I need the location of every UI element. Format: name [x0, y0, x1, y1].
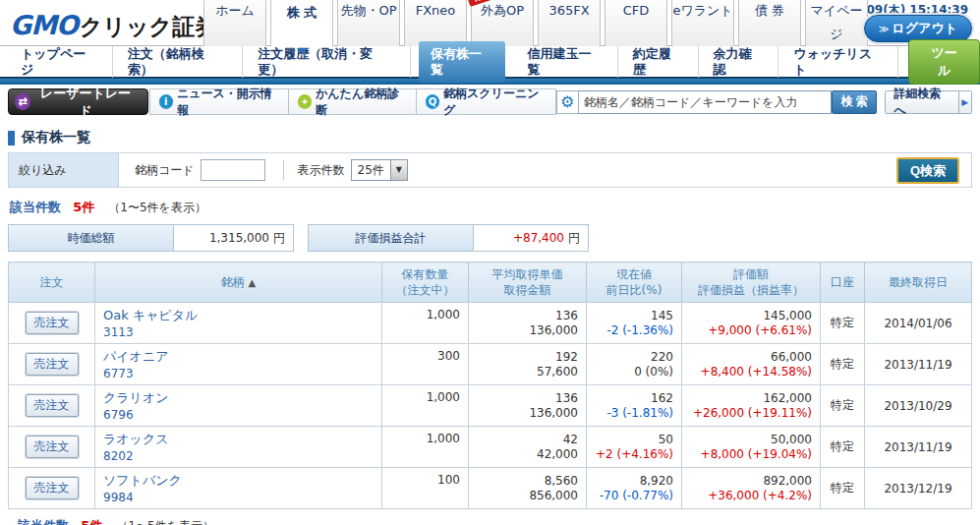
- valuation-amount: 50,000: [686, 433, 812, 446]
- app-header: GMOクリック証券 2014/01/09(木) 15:14:39 ホーム株 式先…: [0, 0, 980, 46]
- stock-code-link[interactable]: 3113: [103, 325, 377, 339]
- nav-item-order-search[interactable]: 注文（銘柄検索）: [113, 46, 244, 78]
- stock-code-link[interactable]: 8202: [103, 449, 377, 463]
- avg-price: 192: [473, 350, 578, 364]
- product-tab-stocks[interactable]: 株 式: [270, 0, 333, 46]
- current-price-cell: 50+2 (+4.16%): [587, 427, 682, 468]
- stock-code-link[interactable]: 6773: [103, 367, 377, 380]
- acquisition-amount: 42,000: [473, 447, 578, 461]
- quantity-cell: 300: [382, 344, 469, 385]
- stock-name-link[interactable]: ソフトバンク: [103, 472, 377, 490]
- gear-icon[interactable]: ⚙: [556, 90, 579, 114]
- profit-loss: +26,000 (+19.11%): [686, 406, 812, 420]
- sell-order-button[interactable]: 売注文: [26, 436, 79, 458]
- avg-price: 42: [473, 433, 578, 446]
- nav-item-top-page[interactable]: トップページ: [6, 46, 113, 78]
- holdings-header-row: 注文 銘柄 ▲ 保有数量（注文中） 平均取得単価取得金額 現在値前日比(%) 評…: [9, 262, 972, 303]
- nav-item-buying-power[interactable]: 余力確認: [699, 46, 779, 78]
- product-tab-futures-op[interactable]: 先物・OP: [337, 0, 400, 46]
- stock-name-link[interactable]: パイオニア: [103, 348, 377, 366]
- brand-logo-text: クリック証券: [80, 14, 217, 39]
- product-tab-bonds[interactable]: 債 券: [738, 0, 801, 46]
- stock-name-link[interactable]: Oak キャピタル: [103, 307, 377, 324]
- sell-order-button[interactable]: 売注文: [26, 394, 79, 417]
- tool-tab-news[interactable]: iニュース・開示情報: [149, 88, 289, 115]
- display-count-select[interactable]: 25件 ▼: [351, 159, 408, 181]
- symbol-search-input[interactable]: [579, 90, 832, 114]
- nav-item-executions[interactable]: 約定履歴: [618, 46, 699, 78]
- stock-name-link[interactable]: クラリオン: [103, 389, 377, 407]
- advanced-search-button[interactable]: 詳細検索へ ▶: [885, 90, 972, 114]
- product-tab-home[interactable]: ホーム: [203, 0, 266, 46]
- active-tab-caret-icon: [297, 48, 307, 54]
- name-cell: ラオックス8202: [95, 427, 382, 468]
- tool-button[interactable]: ツール: [908, 39, 980, 85]
- stock-name-link[interactable]: ラオックス: [103, 431, 377, 448]
- order-cell: 売注文: [9, 385, 95, 427]
- holdings-row: 売注文Oak キャピタル31131,000136136,000145-2 (-1…: [9, 303, 972, 344]
- current-price: 50: [591, 433, 673, 446]
- product-tab-365fx[interactable]: 365FX: [538, 0, 601, 46]
- filter-search-button[interactable]: Q検索: [896, 157, 959, 184]
- current-price: 8,920: [591, 474, 673, 488]
- stock-code-input[interactable]: [201, 159, 265, 181]
- result-count-range: （1〜5件を表示）: [116, 519, 214, 525]
- sell-order-button[interactable]: 売注文: [26, 312, 79, 334]
- result-count-number: 5件: [81, 518, 102, 525]
- result-count-line: 該当件数 5件 （1〜5件を表示）: [10, 199, 972, 216]
- product-tab-fxneo[interactable]: FXneo: [404, 0, 467, 46]
- col-current-price: 現在値前日比(%): [587, 262, 682, 303]
- product-tab-label: 債 券: [739, 0, 800, 23]
- sell-order-button[interactable]: 売注文: [26, 353, 79, 376]
- avg-price-cell: 4242,000: [469, 427, 587, 468]
- nav-item-watchlist[interactable]: ウォッチリスト: [778, 46, 898, 78]
- current-price-cell: 145-2 (-1.36%): [587, 303, 682, 344]
- product-tab-label: マイページ: [806, 0, 867, 46]
- last-acquired-cell: 2013/11/19: [865, 344, 972, 385]
- tool-tab-screening[interactable]: Q銘柄スクリーニング: [416, 88, 556, 115]
- market-value-unit: 円: [273, 231, 285, 245]
- nav-item-holdings[interactable]: 保有株一覧: [419, 41, 505, 83]
- holdings-row: 売注文ソフトバンク99841008,560856,0008,920-70 (-0…: [9, 468, 972, 509]
- order-cell: 売注文: [9, 344, 95, 385]
- avg-price: 8,560: [473, 474, 578, 488]
- product-tabs: ホーム株 式先物・OPFXneo外為OPNEW365FXCFDeワラント債 券マ…: [203, 0, 872, 46]
- product-tab-label: CFD: [605, 0, 666, 23]
- product-tab-cfd[interactable]: CFD: [605, 0, 667, 46]
- quantity-cell: 1,000: [382, 427, 469, 468]
- current-price-cell: 2200 (0%): [587, 344, 682, 385]
- sell-order-button[interactable]: 売注文: [26, 477, 79, 499]
- product-tab-gaitame-op[interactable]: 外為OPNEW: [471, 0, 534, 46]
- nav-item-order-history[interactable]: 注文履歴（取消・変更）: [243, 46, 411, 78]
- advanced-search-label: 詳細検索へ: [886, 86, 957, 119]
- avg-price: 136: [473, 391, 578, 405]
- valuation-cell: 145,000+9,000 (+6.61%): [682, 303, 821, 344]
- logout-arrow-icon: ≫: [879, 24, 889, 34]
- holdings-row: 売注文ラオックス82021,0004242,00050+2 (+4.16%)50…: [9, 427, 972, 468]
- product-tab-ewarrant[interactable]: eワラント: [671, 0, 734, 46]
- page-title-text: 保有株一覧: [22, 129, 90, 146]
- laser-trade-button[interactable]: ⇄ レーザートレード: [8, 88, 148, 115]
- market-value-label: 時価総額: [9, 225, 174, 251]
- product-tab-label: eワラント: [672, 0, 733, 23]
- stock-code-link[interactable]: 6796: [103, 408, 377, 422]
- product-tab-label: 株 式: [271, 0, 332, 27]
- screening-icon: Q: [426, 94, 439, 109]
- account-type-cell: 特定: [821, 303, 865, 344]
- sort-asc-icon: ▲: [249, 277, 257, 288]
- stock-code-link[interactable]: 9984: [103, 491, 377, 504]
- order-cell: 売注文: [9, 427, 95, 468]
- logout-button[interactable]: ≫ログアウト: [864, 15, 972, 42]
- valuation-cell: 892,000+36,000 (+4.2%): [682, 468, 821, 509]
- day-change: +2 (+4.16%): [591, 447, 673, 461]
- tool-tab-diagnosis[interactable]: ✦かんたん銘柄診断: [288, 88, 417, 115]
- nav-item-margin-positions[interactable]: 信用建玉一覧: [513, 46, 618, 78]
- last-acquired-cell: 2013/11/19: [865, 427, 972, 468]
- symbol-search-button[interactable]: 検 索: [832, 90, 877, 114]
- account-type-cell: 特定: [821, 385, 865, 427]
- account-type-cell: 特定: [821, 344, 865, 385]
- brand-logo-gmo: GMO: [10, 10, 78, 40]
- market-value-amount: 1,315,000: [209, 231, 269, 245]
- col-name[interactable]: 銘柄 ▲: [95, 262, 382, 303]
- product-tab-mypage[interactable]: マイページ: [805, 0, 868, 46]
